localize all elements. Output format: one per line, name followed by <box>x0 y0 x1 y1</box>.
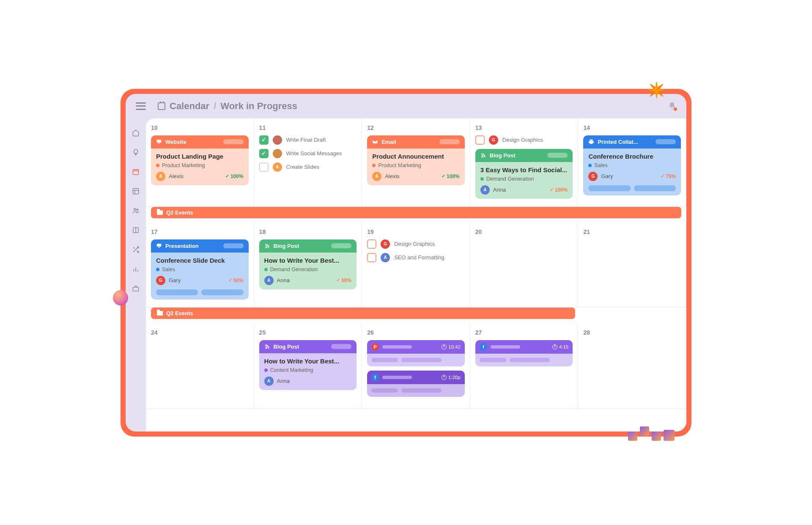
calendar-cell[interactable]: 10 Website Product Landing Page Product … <box>146 118 254 207</box>
lightbulb-icon[interactable] <box>132 148 140 157</box>
assignee-name: Gary <box>601 173 613 179</box>
calendar-cell[interactable]: 13 G Design Graphics Blog Post 3 Easy Wa… <box>470 118 579 207</box>
social-header: f 1:20p <box>367 371 465 384</box>
content-card[interactable]: Blog Post How to Write Your Best... Cont… <box>259 340 357 390</box>
event-bar-row: Q2 Events <box>146 207 686 223</box>
content-card[interactable]: Blog Post How to Write Your Best... Dema… <box>259 239 357 289</box>
content-card[interactable]: Email Product Announcement Product Marke… <box>367 135 465 185</box>
app-frame: ✴️ Calendar / Work in Progress <box>121 89 691 437</box>
book-icon[interactable] <box>132 226 140 234</box>
card-title: How to Write Your Best... <box>264 357 352 365</box>
social-card[interactable]: f 4:15 <box>475 340 573 366</box>
content-card[interactable]: Printed Collat... Conference Brochure Sa… <box>583 135 681 195</box>
shuffle-icon[interactable] <box>132 245 140 254</box>
card-tag: Product Marketing <box>156 162 244 168</box>
social-time: 4:15 <box>552 344 568 349</box>
calendar-cell[interactable]: 20 <box>470 223 579 308</box>
task-text: Write Final Draft <box>286 137 326 143</box>
card-header: Printed Collat... <box>583 135 681 148</box>
calendar-cell[interactable]: 17 Presentation Conference Slide Deck Sa… <box>146 223 254 308</box>
card-type-label: Blog Post <box>274 243 299 249</box>
header-pill <box>656 139 676 144</box>
social-card[interactable]: f 1:20p <box>367 371 465 397</box>
calendar-cell[interactable]: 21 <box>578 223 686 308</box>
event-bar[interactable]: Q2 Events <box>151 308 575 319</box>
header-pill <box>223 243 244 248</box>
calendar-cell[interactable]: 25 Blog Post How to Write Your Best... C… <box>254 323 362 409</box>
layout-icon[interactable] <box>132 187 140 195</box>
assignee-name: Gary <box>169 277 181 283</box>
card-type-label: Printed Collat... <box>598 139 638 145</box>
breadcrumb-root[interactable]: Calendar <box>170 101 209 112</box>
assignee-row: G Gary 50% <box>156 276 244 285</box>
calendar-cell[interactable]: 28 <box>578 323 686 409</box>
task-item[interactable]: Write Final Draft <box>259 135 357 145</box>
calendar-cell[interactable]: 11 Write Final Draft Write Social Messag… <box>254 118 362 207</box>
progress-badge: 100% <box>225 173 244 179</box>
calendar-icon <box>158 102 165 110</box>
date-number: 28 <box>583 329 681 336</box>
svg-rect-7 <box>158 143 160 144</box>
task-text: SEO and Formatting <box>394 254 444 261</box>
content-card[interactable]: Presentation Conference Slide Deck Sales… <box>151 239 249 300</box>
calendar-cell[interactable]: 27 f 4:15 <box>470 323 579 409</box>
task-item[interactable]: A SEO and Formatting <box>367 253 465 262</box>
event-bar[interactable]: Q2 Events <box>151 207 681 218</box>
avatar: A <box>273 162 282 172</box>
avatar: A <box>156 172 165 181</box>
menu-button[interactable] <box>136 102 146 110</box>
event-bar-row: Q2 Events <box>146 308 686 323</box>
calendar-cell[interactable]: 12 Email Product Announcement Product Ma… <box>362 118 470 207</box>
checkbox[interactable] <box>367 239 376 249</box>
notifications-button[interactable] <box>668 102 676 111</box>
avatar: A <box>264 276 274 285</box>
calendar-cell[interactable]: 26 P 10:42 f 1:20p <box>362 323 470 409</box>
breadcrumb-current[interactable]: Work in Progress <box>220 101 297 112</box>
task-item[interactable]: Write Social Messages <box>259 149 357 158</box>
calendar-nav-icon[interactable] <box>132 168 140 176</box>
social-header: f 4:15 <box>475 340 573 354</box>
assignee-row: A Alexis 100% <box>156 172 244 181</box>
briefcase-icon[interactable] <box>132 284 140 293</box>
card-tag: Sales <box>156 267 244 272</box>
folder-icon <box>157 311 163 316</box>
avatar <box>273 149 282 158</box>
task-item[interactable]: A Create Slides <box>259 162 357 172</box>
checkbox[interactable] <box>475 135 485 145</box>
calendar-cell[interactable]: 19 G Design Graphics A SEO and Formattin… <box>362 223 470 308</box>
avatar: G <box>588 172 598 181</box>
checkbox[interactable] <box>367 253 376 262</box>
content-card[interactable]: Website Product Landing Page Product Mar… <box>151 135 249 185</box>
breadcrumb: Calendar / Work in Progress <box>158 101 297 112</box>
analytics-icon[interactable] <box>132 265 140 273</box>
checkbox[interactable] <box>259 162 269 172</box>
card-body: How to Write Your Best... Demand Generat… <box>259 253 357 289</box>
skeleton-line <box>491 345 520 349</box>
skeleton-line <box>382 345 412 349</box>
content-card[interactable]: Blog Post 3 Easy Ways to Find Social... … <box>475 149 573 199</box>
calendar-cell[interactable]: 24 <box>146 323 254 409</box>
svg-rect-6 <box>157 140 162 143</box>
window: Calendar / Work in Progress 10 <box>126 94 686 432</box>
avatar: A <box>264 377 274 386</box>
calendar-cell[interactable]: 14 Printed Collat... Conference Brochure… <box>578 118 686 207</box>
card-header: Blog Post <box>259 239 357 253</box>
header-pill <box>439 139 460 144</box>
card-body: Product Landing Page Product Marketing A… <box>151 148 249 185</box>
task-item[interactable]: G Design Graphics <box>475 135 573 145</box>
social-header: P 10:42 <box>367 340 465 354</box>
calendar-cell[interactable]: 18 Blog Post How to Write Your Best... D… <box>254 223 362 308</box>
task-text: Write Social Messages <box>286 150 342 157</box>
task-item[interactable]: G Design Graphics <box>367 239 465 249</box>
checkbox[interactable] <box>259 135 269 145</box>
card-tag: Demand Generation <box>480 176 568 182</box>
sidebar <box>126 118 146 432</box>
facebook-icon: f <box>371 374 379 381</box>
card-title: Conference Slide Deck <box>156 257 244 264</box>
card-type-label: Blog Post <box>490 152 516 159</box>
card-title: Conference Brochure <box>588 153 676 160</box>
home-icon[interactable] <box>132 129 140 137</box>
users-icon[interactable] <box>132 206 140 215</box>
social-card[interactable]: P 10:42 <box>367 340 465 366</box>
checkbox[interactable] <box>259 149 269 158</box>
